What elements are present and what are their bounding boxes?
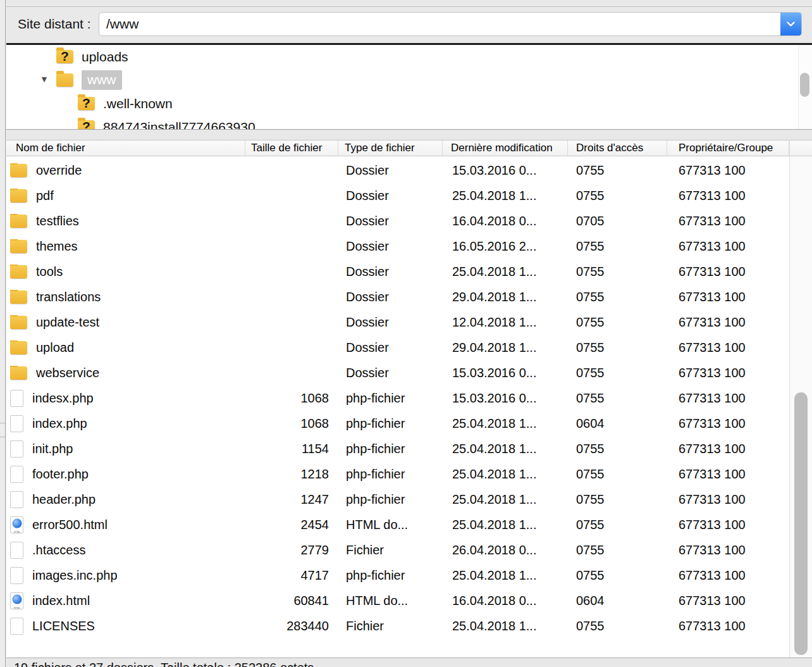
table-row[interactable]: pdfDossier25.04.2018 1...0755677313 100 (6, 183, 789, 208)
permissions-cell: 0755 (568, 442, 667, 456)
table-row[interactable]: themesDossier16.05.2016 2...0755677313 1… (6, 234, 789, 259)
file-list-scrollbar[interactable] (789, 140, 812, 658)
file-name: .htaccess (32, 543, 85, 558)
splitter-grip (0, 423, 5, 423)
file-list-header: Nom de fichierTaille de fichierType de f… (6, 140, 789, 156)
name-cell: images.inc.php (6, 567, 245, 584)
column-header-4[interactable]: Dernière modification (443, 140, 568, 156)
file-type-cell: Dossier (338, 189, 443, 203)
status-bar: 19 fichiers et 27 dossiers. Taille total… (6, 658, 812, 667)
owner-group-cell: 677313 100 (667, 290, 789, 304)
folder-icon (10, 240, 27, 253)
name-cell: init.php (6, 440, 245, 458)
column-header-label: Propriétaire/Groupe (679, 142, 773, 154)
file-type-cell: Dossier (338, 214, 443, 228)
remote-path-label: Site distant : (18, 16, 91, 32)
name-cell: tools (6, 265, 245, 279)
file-name: upload (36, 340, 74, 355)
file-type-cell: Dossier (338, 366, 443, 380)
table-row[interactable]: webserviceDossier15.03.2016 0...07556773… (6, 360, 789, 385)
tree-scrollbar[interactable] (798, 45, 812, 129)
folder-question-icon (56, 50, 73, 63)
table-row[interactable]: translationsDossier29.04.2018 1...075567… (6, 284, 789, 309)
file-list-scrollbar-thumb[interactable] (794, 392, 808, 655)
last-modified-cell: 12.04.2018 1... (443, 315, 568, 330)
file-type-cell: HTML do... (338, 518, 443, 532)
table-row[interactable]: error500.html2454HTML do...25.04.2018 1.… (6, 512, 789, 537)
column-header-2[interactable]: Taille de fichier (245, 140, 338, 156)
permissions-cell: 0755 (568, 315, 667, 330)
last-modified-cell: 25.04.2018 1... (443, 265, 568, 279)
table-row[interactable]: init.php1154php-fichier25.04.2018 1...07… (6, 436, 789, 461)
tree-item-label: .well-known (103, 96, 173, 111)
table-row[interactable]: index.php1068php-fichier25.04.2018 1...0… (6, 411, 789, 436)
name-cell: header.php (6, 491, 245, 508)
file-size-cell: 2779 (245, 543, 338, 558)
table-row[interactable]: indesx.php1068php-fichier15.03.2016 0...… (6, 385, 789, 411)
last-modified-cell: 25.04.2018 1... (443, 467, 568, 482)
column-header-1[interactable]: Nom de fichier (6, 140, 245, 156)
scrollbar-header-cap (790, 140, 812, 156)
table-row[interactable]: .htaccess2779Fichier26.04.2018 0...07556… (6, 537, 789, 563)
path-dropdown-button[interactable] (780, 13, 801, 35)
permissions-cell: 0755 (568, 163, 667, 178)
file-size-cell: 1154 (245, 442, 338, 456)
table-row[interactable]: testfliesDossier16.04.2018 0...070567731… (6, 208, 789, 234)
column-header-label: Taille de fichier (251, 142, 322, 154)
permissions-cell: 0755 (568, 290, 667, 304)
expander-triangle-icon[interactable]: ▼ (40, 74, 49, 84)
owner-group-cell: 677313 100 (667, 518, 789, 532)
tree-item-884743install7774663930[interactable]: 884743install7774663930 (6, 115, 812, 130)
file-type-cell: Dossier (338, 315, 443, 330)
file-name: LICENSES (32, 619, 95, 633)
table-row[interactable]: index.html60841HTML do...16.04.2018 0...… (6, 588, 789, 613)
file-size-cell: 1247 (245, 492, 338, 507)
file-type-cell: Dossier (338, 290, 443, 304)
folder-question-icon (78, 97, 95, 110)
last-modified-cell: 25.04.2018 1... (443, 568, 568, 583)
permissions-cell: 0755 (568, 391, 667, 406)
owner-group-cell: 677313 100 (667, 467, 789, 482)
status-text: 19 fichiers et 27 dossiers. Taille total… (6, 658, 812, 667)
table-row[interactable]: LICENSES283440Fichier25.04.2018 1...0755… (6, 613, 789, 639)
last-modified-cell: 25.04.2018 1... (443, 442, 568, 456)
table-row[interactable]: uploadDossier29.04.2018 1...0755677313 1… (6, 335, 789, 360)
name-cell: themes (6, 239, 245, 254)
column-header-6[interactable]: Propriétaire/Groupe (667, 140, 789, 156)
last-modified-cell: 29.04.2018 1... (443, 340, 568, 355)
table-row[interactable]: overrideDossier15.03.2016 0...0755677313… (6, 158, 789, 183)
name-cell: footer.php (6, 466, 245, 483)
table-row[interactable]: toolsDossier25.04.2018 1...0755677313 10… (6, 259, 789, 284)
column-header-3[interactable]: Type de fichier (338, 140, 443, 156)
remote-path-input[interactable] (99, 12, 802, 36)
tree-scrollbar-thumb[interactable] (800, 73, 809, 97)
permissions-cell: 0755 (568, 340, 667, 355)
name-cell: pdf (6, 189, 245, 203)
file-name: translations (36, 290, 101, 304)
folder-question-icon (78, 120, 95, 130)
permissions-cell: 0755 (568, 265, 667, 279)
last-modified-cell: 15.03.2016 0... (443, 391, 568, 406)
column-header-label: Droits d'accès (576, 142, 643, 154)
permissions-cell: 0755 (568, 568, 667, 583)
permissions-cell: 0755 (568, 543, 667, 558)
name-cell: override (6, 163, 245, 178)
tree-item-www[interactable]: ▼www (6, 68, 812, 92)
file-size-cell: 60841 (245, 594, 338, 608)
tree-item-uploads[interactable]: uploads (6, 45, 812, 68)
file-type-cell: Fichier (338, 619, 443, 633)
file-name: indesx.php (32, 391, 94, 406)
last-modified-cell: 16.04.2018 0... (443, 214, 568, 228)
table-row[interactable]: images.inc.php4717php-fichier25.04.2018 … (6, 563, 789, 588)
table-row[interactable]: update-testDossier12.04.2018 1...0755677… (6, 309, 789, 335)
file-name: themes (36, 239, 78, 254)
panel-splitter[interactable] (0, 0, 6, 667)
file-name: webservice (36, 366, 99, 380)
column-header-5[interactable]: Droits d'accès (568, 140, 667, 156)
name-cell: .htaccess (6, 542, 245, 559)
table-row[interactable]: footer.php1218php-fichier25.04.2018 1...… (6, 461, 789, 487)
permissions-cell: 0604 (568, 416, 667, 431)
table-row[interactable]: header.php1247php-fichier25.04.2018 1...… (6, 487, 789, 512)
tree-item--well-known[interactable]: .well-known (6, 92, 812, 115)
owner-group-cell: 677313 100 (667, 265, 789, 279)
